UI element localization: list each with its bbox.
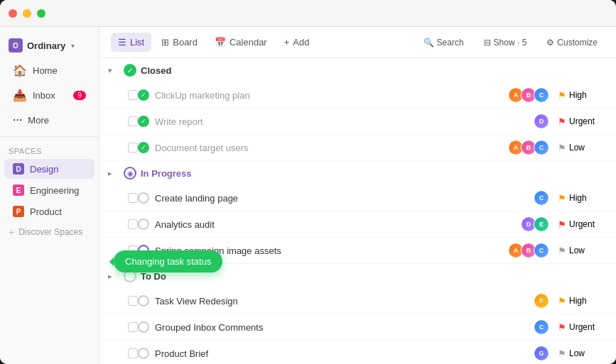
task-assignees: F xyxy=(536,293,549,309)
row-checkbox[interactable] xyxy=(128,143,138,153)
flag-icon: ⚑ xyxy=(558,143,566,153)
priority-badge: ⚑ High xyxy=(558,90,607,101)
row-checkbox[interactable] xyxy=(128,116,138,126)
discover-spaces-button[interactable]: + Discover Spaces xyxy=(0,222,99,242)
flag-icon: ⚑ xyxy=(558,193,566,204)
task-status-icon[interactable] xyxy=(138,219,149,230)
sidebar-item-inbox[interactable]: 📥 Inbox 9 xyxy=(4,84,94,107)
task-assignees: A B C xyxy=(511,87,549,103)
task-name: Analytics audit xyxy=(155,219,524,230)
sidebar-item-home[interactable]: 🏠 Home xyxy=(4,59,94,82)
row-checkbox[interactable] xyxy=(128,90,138,100)
avatar: C xyxy=(534,140,549,155)
sidebar-item-label: More xyxy=(28,115,49,126)
sidebar-item-product[interactable]: P Product xyxy=(4,202,94,221)
sidebar-item-design[interactable]: D Design xyxy=(4,159,94,179)
close-button[interactable] xyxy=(9,9,17,18)
add-icon: + xyxy=(284,37,290,48)
space-name: Design xyxy=(30,164,58,175)
content-area: ☰ List ⊞ Board 📅 Calendar + Add 🔍 xyxy=(99,27,616,364)
design-space-icon: D xyxy=(13,163,24,175)
flag-icon: ⚑ xyxy=(558,296,566,307)
show-button[interactable]: ⊟ Show · 5 xyxy=(477,34,534,51)
priority-badge: ⚑ Urgent xyxy=(558,116,607,127)
workspace-icon: O xyxy=(9,38,23,53)
search-button[interactable]: 🔍 Search xyxy=(416,34,471,51)
group-closed-header[interactable]: ▾ ✓ Closed xyxy=(99,58,616,82)
tab-calendar[interactable]: 📅 Calendar xyxy=(207,33,274,52)
priority-badge: ⚑ Urgent xyxy=(558,219,607,230)
row-checkbox[interactable] xyxy=(128,296,138,306)
task-assignees: C xyxy=(536,190,549,206)
flag-icon: ⚑ xyxy=(558,219,566,230)
workspace-selector[interactable]: O Ordinary ▾ xyxy=(0,33,99,58)
row-checkbox[interactable] xyxy=(128,219,138,229)
priority-label: High xyxy=(569,90,587,100)
sidebar-item-more[interactable]: ··· More xyxy=(4,109,94,131)
flag-icon: ⚑ xyxy=(558,348,566,359)
task-assignees: G xyxy=(536,346,549,361)
board-icon: ⊞ xyxy=(161,37,169,48)
task-status-icon[interactable] xyxy=(138,295,149,307)
sidebar-item-engineering[interactable]: E Engineering xyxy=(4,180,94,200)
table-row[interactable]: Analytics audit D E ⚑ Urgent xyxy=(99,211,616,238)
group-inprogress-header[interactable]: ▸ ◉ In Progress xyxy=(99,161,616,185)
task-status-icon[interactable]: ✓ xyxy=(138,116,149,127)
task-status-icon[interactable] xyxy=(138,321,149,333)
discover-spaces-label: Discover Spaces xyxy=(18,227,82,237)
chevron-right-icon: ▸ xyxy=(108,169,119,178)
priority-badge: ⚑ High xyxy=(558,193,607,204)
search-icon: 🔍 xyxy=(423,38,434,48)
minimize-button[interactable] xyxy=(23,9,31,18)
table-row[interactable]: Task View Redesign F ⚑ High xyxy=(99,288,616,314)
sidebar-divider xyxy=(0,136,99,137)
tab-list[interactable]: ☰ List xyxy=(111,33,151,52)
tab-add[interactable]: + Add xyxy=(277,33,317,52)
show-icon: ⊟ xyxy=(484,38,491,48)
task-assignees: C xyxy=(536,319,549,335)
more-icon: ··· xyxy=(13,114,22,126)
row-checkbox[interactable] xyxy=(128,193,138,203)
sidebar-item-label: Home xyxy=(33,65,58,76)
flag-icon: ⚑ xyxy=(558,116,566,127)
row-checkbox[interactable] xyxy=(128,322,138,332)
task-assignees: A B C xyxy=(511,140,549,155)
customize-label: Customize xyxy=(557,38,598,48)
space-name: Product xyxy=(30,206,62,217)
table-row[interactable]: Spring campaign image assets A B C ⚑ Low… xyxy=(99,238,616,264)
avatar: F xyxy=(534,294,549,308)
group-name: Closed xyxy=(141,65,171,76)
table-row[interactable]: Grouped Inbox Comments C ⚑ Urgent xyxy=(99,314,616,341)
table-row[interactable]: ✓ Document target users A B C ⚑ Low xyxy=(99,135,616,161)
priority-badge: ⚑ Low xyxy=(558,348,607,359)
priority-label: Low xyxy=(569,143,585,153)
task-table: ▾ ✓ Closed ✓ ClickUp marketing plan A B … xyxy=(99,58,616,364)
customize-button[interactable]: ⚙ Customize xyxy=(539,34,605,51)
priority-label: Urgent xyxy=(569,322,595,332)
task-status-icon[interactable] xyxy=(138,192,149,204)
avatar: G xyxy=(534,346,549,360)
table-row[interactable]: Product Brief G ⚑ Low xyxy=(99,341,616,364)
table-row[interactable]: ✓ ClickUp marketing plan A B C ⚑ High xyxy=(99,82,616,109)
priority-label: High xyxy=(569,193,587,203)
row-checkbox[interactable] xyxy=(128,348,138,358)
show-label: Show · 5 xyxy=(494,38,527,48)
chevron-down-icon: ▾ xyxy=(71,42,75,50)
table-row[interactable]: Create landing page C ⚑ High xyxy=(99,185,616,211)
task-name: Write report xyxy=(155,116,536,127)
main-layout: O Ordinary ▾ 🏠 Home 📥 Inbox 9 ··· More S… xyxy=(0,27,616,364)
task-assignees: D E xyxy=(524,216,549,232)
priority-label: Low xyxy=(569,348,585,358)
task-status-icon[interactable]: ✓ xyxy=(138,89,149,101)
avatar: C xyxy=(534,88,549,102)
app-window: O Ordinary ▾ 🏠 Home 📥 Inbox 9 ··· More S… xyxy=(0,0,616,364)
priority-badge: ⚑ Urgent xyxy=(558,322,607,333)
search-label: Search xyxy=(437,38,464,48)
tab-board[interactable]: ⊞ Board xyxy=(154,33,205,52)
task-status-icon[interactable] xyxy=(138,348,149,359)
table-row[interactable]: ✓ Write report D ⚑ Urgent xyxy=(99,109,616,135)
traffic-lights xyxy=(9,9,45,18)
task-status-icon[interactable]: ✓ xyxy=(138,142,149,153)
task-assignees: A B C xyxy=(511,243,549,258)
maximize-button[interactable] xyxy=(37,9,45,18)
